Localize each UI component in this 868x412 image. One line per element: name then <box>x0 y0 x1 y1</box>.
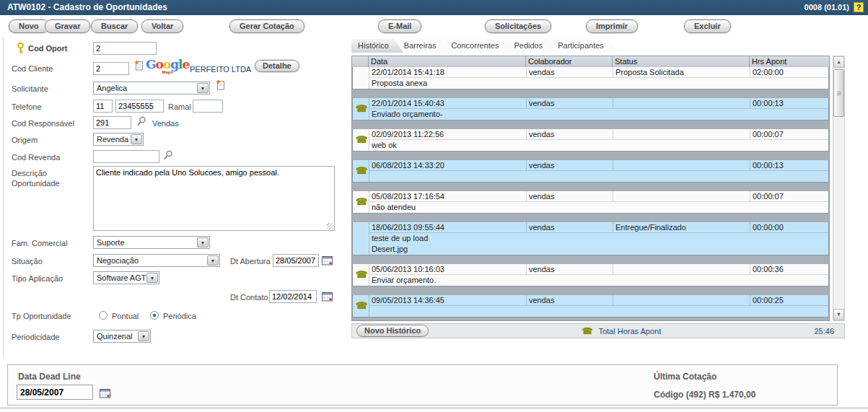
history-note: web ok <box>369 140 828 151</box>
chevron-down-icon[interactable]: ▼ <box>138 331 149 341</box>
key-icon <box>17 42 25 54</box>
history-row[interactable]: ☎09/05/2013 14:36:45vendas00:00:25 <box>352 295 829 317</box>
help-icon[interactable]: ? <box>854 2 864 12</box>
tab-participantes[interactable]: Participantes <box>551 39 618 53</box>
responsavel-link[interactable]: Vendas <box>152 119 179 128</box>
history-row[interactable]: ☎05/06/2013 10:16:03vendas00:00:36Enviar… <box>352 264 829 286</box>
history-hrs: 00:00:36 <box>750 264 828 274</box>
search-icon[interactable] <box>136 116 146 126</box>
history-hrs: 00:00:25 <box>750 295 828 305</box>
history-row-content: 18/06/2013 09:55:44vendasEntregue/Finali… <box>369 222 828 255</box>
scrollbar-down-icon[interactable]: ▼ <box>833 309 844 320</box>
history-row-main: 22/01/2014 15:41:18vendasProposta Solici… <box>369 67 828 78</box>
history-row-main: 02/09/2013 11:22:56vendas00:00:07 <box>369 129 828 140</box>
radio-pontual[interactable] <box>99 311 108 320</box>
tipo-aplicacao-label: Tipo Aplicação <box>12 274 63 283</box>
history-row-content: 05/06/2013 10:16:03vendas00:00:36Enviar … <box>369 264 828 286</box>
tipo-aplicacao-select[interactable]: Software AGT ▼ <box>93 271 159 284</box>
cod-cliente-input[interactable] <box>93 62 129 75</box>
history-status <box>613 264 750 274</box>
buscar-button[interactable]: Buscar <box>91 19 138 33</box>
chevron-down-icon[interactable]: ▼ <box>197 237 209 247</box>
voltar-button[interactable]: Voltar <box>141 19 183 33</box>
column-header-hrs-apont[interactable]: Hrs Apont <box>750 56 829 67</box>
column-header-status[interactable]: Status <box>613 56 750 67</box>
radio-periodica[interactable] <box>150 311 159 320</box>
tp-oportunidade-label: Tp Oportunidade <box>12 312 71 320</box>
history-note: Enviado orçamento- <box>369 109 828 120</box>
solicitante-select[interactable]: Angelica ▼ <box>93 82 210 95</box>
tab-barreiras[interactable]: Barreiras <box>398 39 451 53</box>
resize-grip-icon[interactable] <box>327 223 333 229</box>
chevron-down-icon[interactable]: ▼ <box>131 134 142 144</box>
opportunity-form: Cod Oport Cod Cliente GoogleMaps PERFEIT… <box>3 38 348 356</box>
cod-oport-input[interactable] <box>93 42 157 55</box>
tab-pedidos[interactable]: Pedidos <box>507 39 557 53</box>
google-maps-logo[interactable]: GoogleMaps <box>146 58 189 74</box>
add-contact-icon[interactable] <box>216 79 225 90</box>
history-note: teste de up load <box>369 233 828 244</box>
history-colaborador: vendas <box>527 160 613 170</box>
scrollbar-up-icon[interactable]: ▲ <box>833 56 844 68</box>
history-date: 05/06/2013 10:16:03 <box>369 264 527 274</box>
solicitacoes-button[interactable]: Solicitações <box>485 19 551 33</box>
column-header-icon <box>352 56 369 67</box>
ramal-input[interactable] <box>193 100 223 113</box>
periodicidade-label: Periodicidade <box>12 333 60 341</box>
column-header-colaborador[interactable]: Colaborador <box>526 56 613 67</box>
calendar-icon[interactable] <box>322 255 333 266</box>
history-date: 06/08/2013 14:33:20 <box>369 160 527 170</box>
chevron-down-icon[interactable]: ▼ <box>197 83 209 93</box>
detalhe-button[interactable]: Detalhe <box>255 60 299 72</box>
tab-historico[interactable]: Histórico <box>351 39 403 53</box>
cod-responsavel-label: Cod Responsável <box>12 119 74 128</box>
novo-button[interactable]: Novo <box>9 19 49 33</box>
new-document-icon[interactable] <box>134 60 144 71</box>
telefone-ddd-input[interactable] <box>93 100 113 113</box>
history-hrs: 00:00:13 <box>750 160 828 170</box>
history-row[interactable]: ☎02/09/2013 11:22:56vendas00:00:07web ok <box>352 129 829 152</box>
chevron-down-icon[interactable]: ▼ <box>207 255 219 266</box>
calendar-icon[interactable] <box>322 291 333 302</box>
history-colaborador: vendas <box>527 129 613 139</box>
client-name: PERFEITO LTDA <box>190 65 251 74</box>
email-button[interactable]: E-Mail <box>378 19 421 33</box>
history-status <box>613 191 750 201</box>
history-row[interactable]: ☎06/08/2013 14:33:20vendas00:00:13 <box>352 160 829 183</box>
phone-icon: ☎ <box>353 98 369 120</box>
history-row[interactable]: 18/06/2013 09:55:44vendasEntregue/Finali… <box>352 222 829 255</box>
history-row[interactable]: ☎22/01/2014 15:40:43vendas00:00:13Enviad… <box>352 98 829 120</box>
telefone-numero-input[interactable] <box>115 100 164 113</box>
scrollbar[interactable]: ▲ ☰ ▼ <box>833 56 845 321</box>
history-row[interactable]: 22/01/2014 15:41:18vendasProposta Solici… <box>352 67 829 89</box>
history-footer: Novo Histórico ☎ Total Horas Apont 25:46 <box>351 323 845 338</box>
history-row[interactable]: ☎05/08/2013 17:16:54vendas00:00:07não at… <box>352 191 829 214</box>
cod-responsavel-input[interactable] <box>93 116 131 129</box>
calendar-icon[interactable] <box>100 387 111 398</box>
history-row-main: 05/08/2013 17:16:54vendas00:00:07 <box>369 191 828 202</box>
deadline-input[interactable] <box>17 385 93 400</box>
cod-revenda-input[interactable] <box>93 150 159 163</box>
excluir-button[interactable]: Excluir <box>684 19 731 33</box>
descricao-textarea[interactable]: Cliente indicado pela Uno Solucoes, amig… <box>93 166 335 231</box>
history-note <box>369 171 828 182</box>
situacao-select[interactable]: Negociação ▼ <box>93 254 220 267</box>
phone-icon: ☎ <box>582 327 592 336</box>
phone-icon: ☎ <box>353 160 369 182</box>
column-header-data[interactable]: Data <box>369 56 526 67</box>
gerar-cotacao-button[interactable]: Gerar Cotação <box>229 19 304 33</box>
chevron-down-icon[interactable]: ▼ <box>146 273 158 283</box>
dt-contato-input[interactable] <box>269 290 317 303</box>
periodicidade-select[interactable]: Quinzenal ▼ <box>93 330 151 343</box>
origem-select[interactable]: Revenda ▼ <box>93 133 144 146</box>
gravar-button[interactable]: Gravar <box>45 19 90 33</box>
fam-comercial-select[interactable]: Suporte ▼ <box>93 236 210 249</box>
search-icon[interactable] <box>163 150 173 160</box>
novo-historico-button[interactable]: Novo Histórico <box>356 325 429 337</box>
imprimir-button[interactable]: Imprimir <box>586 19 638 33</box>
tab-concorrentes[interactable]: Concorrentes <box>444 39 513 53</box>
phone-icon: ☎ <box>353 129 369 151</box>
cod-cliente-label: Cod Cliente <box>12 64 53 73</box>
dt-abertura-input[interactable] <box>273 254 319 267</box>
scrollbar-thumb[interactable]: ☰ <box>833 69 844 117</box>
